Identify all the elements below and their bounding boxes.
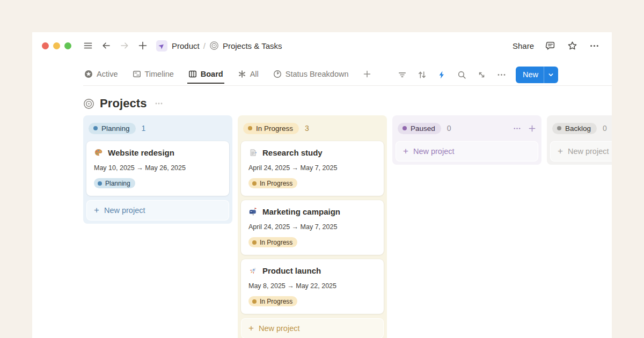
- column-status-pill[interactable]: Planning: [89, 123, 136, 134]
- new-project-label: New project: [104, 206, 145, 215]
- chevron-down-icon[interactable]: [544, 67, 558, 83]
- back-arrow-icon[interactable]: [100, 40, 112, 52]
- title-more-icon[interactable]: [154, 99, 164, 108]
- project-card[interactable]: Marketing campaign April 24, 2025 → May …: [241, 200, 384, 255]
- target-icon: [83, 98, 94, 109]
- card-status-label: Planning: [105, 180, 130, 187]
- new-page-plus-icon[interactable]: [137, 40, 149, 52]
- project-card[interactable]: Research study April 24, 2025 → May 7, 2…: [241, 141, 384, 196]
- new-project-label: New project: [259, 324, 300, 333]
- column-count: 0: [447, 124, 451, 133]
- status-dot-icon: [98, 181, 102, 186]
- card-title-row: Marketing campaign: [248, 207, 376, 216]
- new-project-button[interactable]: + New project: [396, 141, 538, 161]
- column-name: Planning: [101, 124, 130, 133]
- column-name: Backlog: [565, 124, 591, 133]
- new-project-button[interactable]: + New project: [550, 141, 612, 161]
- column-count: 1: [142, 124, 146, 133]
- tab-status-breakdown[interactable]: Status Breakdown: [272, 70, 350, 84]
- rocket-icon: [248, 266, 258, 275]
- status-dot-icon: [402, 126, 407, 130]
- product-app-icon[interactable]: [156, 40, 167, 52]
- tab-label: All: [250, 70, 259, 78]
- breadcrumb-workspace[interactable]: Product: [172, 41, 200, 50]
- tab-label: Board: [201, 70, 223, 78]
- pages-icon: [248, 148, 258, 157]
- favorite-star-icon[interactable]: [566, 40, 578, 52]
- plus-icon: +: [558, 146, 563, 156]
- column-status-pill[interactable]: Backlog: [552, 123, 597, 134]
- plus-icon: +: [94, 205, 99, 215]
- card-title: Marketing campaign: [262, 207, 340, 216]
- card-dates: April 24, 2025 → May 7, 2025: [248, 223, 376, 231]
- page-title[interactable]: Projects: [100, 97, 147, 111]
- card-status-label: In Progress: [260, 298, 292, 305]
- zoom-window-button[interactable]: [64, 42, 71, 49]
- tab-board[interactable]: Board: [187, 70, 224, 84]
- column-name: In Progress: [256, 124, 293, 133]
- column-count: 0: [603, 124, 607, 133]
- card-list: Research study April 24, 2025 → May 7, 2…: [241, 141, 384, 314]
- status-dot-icon: [252, 299, 257, 304]
- card-title-row: Website redesign: [94, 148, 222, 157]
- view-more-icon[interactable]: [497, 70, 507, 79]
- view-tabs-bar: Active Timeline Board All Status Breakdo…: [83, 68, 612, 86]
- column-header: Planning 1: [86, 119, 229, 138]
- tab-timeline[interactable]: Timeline: [131, 70, 175, 84]
- card-dates: May 10, 2025 → May 26, 2025: [94, 164, 222, 172]
- board: Planning 1 Website redesign May 10, 2025…: [83, 115, 612, 338]
- card-title-row: Research study: [248, 148, 376, 157]
- tab-label: Active: [97, 70, 118, 78]
- status-dot-icon: [252, 181, 257, 186]
- card-dates: May 8, 2025 → May 22, 2025: [248, 282, 376, 290]
- close-window-button[interactable]: [42, 42, 49, 49]
- card-title-row: Product launch: [248, 266, 376, 275]
- palette-icon: [94, 148, 103, 157]
- card-title: Product launch: [262, 266, 321, 275]
- column-status-pill[interactable]: Paused: [398, 123, 441, 134]
- new-project-label: New project: [413, 147, 455, 156]
- card-status-pill: Planning: [94, 178, 135, 188]
- new-project-button[interactable]: + New project: [241, 318, 384, 338]
- plus-icon: +: [403, 146, 408, 156]
- mailbox-icon: [248, 207, 258, 216]
- breadcrumb-separator: /: [203, 41, 206, 50]
- project-card[interactable]: Product launch May 8, 2025 → May 22, 202…: [241, 259, 384, 314]
- column-status-pill[interactable]: In Progress: [243, 123, 299, 134]
- forward-arrow-icon[interactable]: [119, 40, 130, 52]
- card-status-pill: In Progress: [248, 296, 297, 306]
- status-dot-icon: [252, 240, 257, 245]
- card-status-label: In Progress: [260, 180, 292, 187]
- sort-icon[interactable]: [418, 70, 427, 79]
- more-options-icon[interactable]: [588, 40, 600, 52]
- card-status-pill: In Progress: [248, 237, 297, 247]
- new-project-button[interactable]: + New project: [86, 200, 229, 221]
- filter-icon[interactable]: [398, 70, 407, 79]
- column-actions: [513, 124, 536, 133]
- automations-bolt-icon[interactable]: [437, 70, 447, 79]
- new-button[interactable]: New: [516, 67, 558, 83]
- topbar-actions: Share: [513, 40, 600, 52]
- minimize-window-button[interactable]: [53, 42, 60, 49]
- status-dot-icon: [93, 126, 98, 130]
- card-status-pill: In Progress: [248, 178, 297, 188]
- timeline-icon: [133, 70, 141, 78]
- add-view-plus-icon[interactable]: [362, 70, 372, 84]
- tab-active[interactable]: Active: [83, 70, 119, 84]
- share-button[interactable]: Share: [513, 41, 534, 50]
- project-card[interactable]: Website redesign May 10, 2025 → May 26, …: [86, 141, 229, 196]
- sidebar-toggle-icon[interactable]: [82, 40, 94, 52]
- column-add-icon[interactable]: [528, 124, 536, 133]
- column-more-icon[interactable]: [513, 124, 521, 133]
- status-dot-icon: [248, 126, 252, 130]
- traffic-lights: [42, 42, 71, 49]
- expand-icon[interactable]: [477, 70, 487, 79]
- comments-icon[interactable]: [544, 40, 556, 52]
- new-project-label: New project: [568, 147, 609, 156]
- board-column: Planning 1 Website redesign May 10, 2025…: [83, 115, 232, 224]
- breadcrumb-page[interactable]: Projects & Tasks: [223, 41, 282, 50]
- search-icon[interactable]: [457, 70, 467, 79]
- star-circle-icon: [84, 70, 93, 78]
- asterisk-icon: [238, 70, 246, 78]
- tab-all[interactable]: All: [237, 70, 260, 84]
